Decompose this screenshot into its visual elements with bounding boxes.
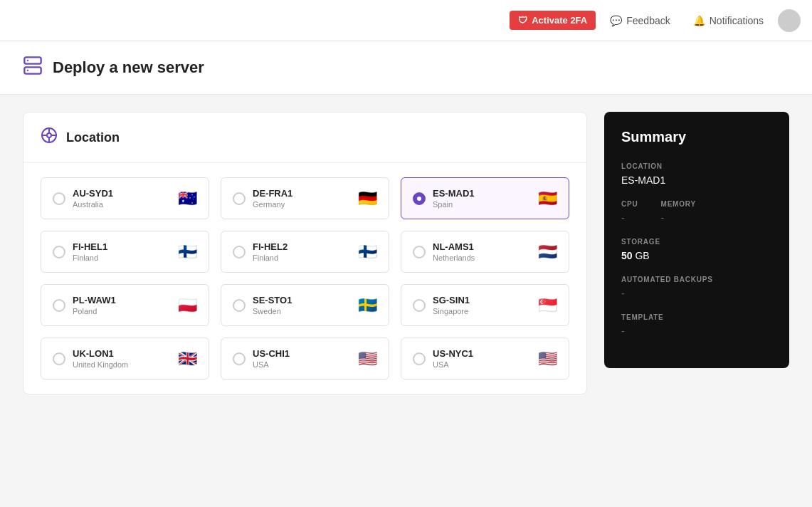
- location-item[interactable]: SG-SIN1 Singapore 🇸🇬: [401, 284, 569, 326]
- location-info: US-NYC1 USA: [433, 348, 531, 369]
- location-item[interactable]: DE-FRA1 Germany 🇩🇪: [221, 177, 389, 219]
- location-code: FI-HEL2: [253, 241, 351, 252]
- topbar: 🛡 Activate 2FA 💬 Feedback 🔔 Notification…: [0, 0, 812, 41]
- summary-storage-section: STORAGE 50 GB: [621, 238, 772, 261]
- content-area: Location AU-SYD1 Australia 🇦🇺 DE-FRA1 Ge…: [23, 112, 587, 495]
- activate-2fa-button[interactable]: 🛡 Activate 2FA: [510, 11, 596, 30]
- summary-memory-section: MEMORY -: [661, 200, 696, 224]
- location-info: PL-WAW1 Poland: [73, 295, 171, 315]
- location-code: SE-STO1: [253, 295, 351, 305]
- location-header: Location: [23, 113, 586, 163]
- location-icon: [41, 127, 58, 148]
- location-radio: [53, 192, 65, 205]
- summary-cpu-section: CPU -: [621, 200, 638, 224]
- summary-location-label: LOCATION: [621, 162, 772, 170]
- location-info: SE-STO1 Sweden: [253, 295, 351, 315]
- location-radio: [233, 352, 246, 365]
- location-flag: 🇵🇱: [178, 296, 197, 315]
- location-country: Finland: [253, 254, 351, 262]
- summary-backups-label: AUTOMATED BACKUPS: [621, 276, 772, 283]
- activate-2fa-label: Activate 2FA: [532, 15, 587, 26]
- svg-rect-0: [24, 57, 41, 63]
- location-flag: 🇩🇪: [358, 189, 377, 208]
- location-item[interactable]: PL-WAW1 Poland 🇵🇱: [41, 284, 209, 326]
- location-item[interactable]: ES-MAD1 Spain 🇪🇸: [401, 177, 569, 219]
- notifications-button[interactable]: 🔔 Notifications: [685, 11, 772, 31]
- location-code: PL-WAW1: [73, 295, 171, 305]
- location-info: US-CHI1 USA: [253, 348, 351, 369]
- feedback-label: Feedback: [626, 15, 670, 26]
- location-flag: 🇪🇸: [538, 189, 557, 208]
- summary-cpu-value: -: [621, 212, 638, 224]
- location-country: Spain: [433, 200, 531, 209]
- location-section-title: Location: [66, 130, 120, 145]
- location-item[interactable]: FI-HEL1 Finland 🇫🇮: [41, 231, 209, 273]
- location-info: FI-HEL2 Finland: [253, 241, 351, 262]
- location-item[interactable]: UK-LON1 United Kingdom 🇬🇧: [41, 338, 209, 380]
- summary-memory-value: -: [661, 212, 696, 224]
- summary-cpu-memory-row: CPU - MEMORY -: [621, 200, 772, 224]
- location-country: USA: [253, 360, 351, 369]
- location-country: Sweden: [253, 307, 351, 315]
- location-code: UK-LON1: [73, 348, 171, 359]
- bell-icon: 🔔: [693, 15, 705, 26]
- location-code: US-NYC1: [433, 348, 531, 359]
- location-item[interactable]: NL-AMS1 Netherlands 🇳🇱: [401, 231, 569, 273]
- location-card: Location AU-SYD1 Australia 🇦🇺 DE-FRA1 Ge…: [23, 112, 587, 394]
- location-flag: 🇺🇸: [358, 350, 377, 368]
- location-radio: [233, 192, 246, 205]
- location-flag: 🇫🇮: [178, 243, 197, 261]
- location-radio: [413, 246, 426, 258]
- location-flag: 🇫🇮: [358, 243, 377, 261]
- location-item[interactable]: US-NYC1 USA 🇺🇸: [401, 338, 569, 380]
- location-country: Australia: [73, 200, 171, 209]
- summary-cpu-label: CPU: [621, 200, 638, 208]
- feedback-button[interactable]: 💬 Feedback: [601, 11, 678, 31]
- location-radio: [53, 246, 65, 258]
- location-radio: [413, 299, 426, 312]
- svg-rect-1: [24, 67, 41, 73]
- summary-title: Summary: [621, 129, 772, 145]
- location-item[interactable]: AU-SYD1 Australia 🇦🇺: [41, 177, 209, 219]
- location-item[interactable]: US-CHI1 USA 🇺🇸: [221, 338, 389, 380]
- summary-memory-label: MEMORY: [661, 200, 696, 208]
- shield-icon: 🛡: [518, 15, 527, 26]
- location-code: US-CHI1: [253, 348, 351, 359]
- notifications-label: Notifications: [710, 15, 764, 26]
- location-info: SG-SIN1 Singapore: [433, 295, 531, 315]
- summary-template-section: TEMPLATE -: [621, 313, 772, 337]
- page-title: Deploy a new server: [53, 58, 204, 77]
- summary-location-section: LOCATION ES-MAD1: [621, 162, 772, 186]
- summary-storage-label: STORAGE: [621, 238, 772, 246]
- location-item[interactable]: FI-HEL2 Finland 🇫🇮: [221, 231, 389, 273]
- location-item[interactable]: SE-STO1 Sweden 🇸🇪: [221, 284, 389, 326]
- location-code: ES-MAD1: [433, 188, 531, 199]
- summary-template-label: TEMPLATE: [621, 313, 772, 321]
- location-country: Netherlands: [433, 254, 531, 262]
- location-code: DE-FRA1: [253, 188, 351, 199]
- summary-backups-section: AUTOMATED BACKUPS -: [621, 276, 772, 299]
- location-country: Singapore: [433, 307, 531, 315]
- location-code: AU-SYD1: [73, 188, 171, 199]
- location-country: Finland: [73, 254, 171, 262]
- location-info: UK-LON1 United Kingdom: [73, 348, 171, 369]
- summary-template-value: -: [621, 325, 772, 337]
- location-grid: AU-SYD1 Australia 🇦🇺 DE-FRA1 Germany 🇩🇪 …: [23, 163, 586, 394]
- location-info: AU-SYD1 Australia: [73, 188, 171, 209]
- summary-panel: Summary LOCATION ES-MAD1 CPU - MEMORY - …: [604, 112, 789, 368]
- comment-icon: 💬: [610, 15, 622, 26]
- location-radio: [53, 352, 65, 365]
- location-flag: 🇸🇬: [538, 296, 557, 315]
- page-header: Deploy a new server: [0, 41, 812, 95]
- location-flag: 🇦🇺: [178, 189, 197, 208]
- server-icon: [23, 56, 43, 80]
- location-info: DE-FRA1 Germany: [253, 188, 351, 209]
- location-flag: 🇳🇱: [538, 243, 557, 261]
- location-flag: 🇬🇧: [178, 350, 197, 368]
- avatar[interactable]: [778, 9, 801, 32]
- location-info: FI-HEL1 Finland: [73, 241, 171, 262]
- location-code: FI-HEL1: [73, 241, 171, 252]
- location-code: SG-SIN1: [433, 295, 531, 305]
- location-radio: [53, 299, 65, 312]
- location-flag: 🇸🇪: [358, 296, 377, 315]
